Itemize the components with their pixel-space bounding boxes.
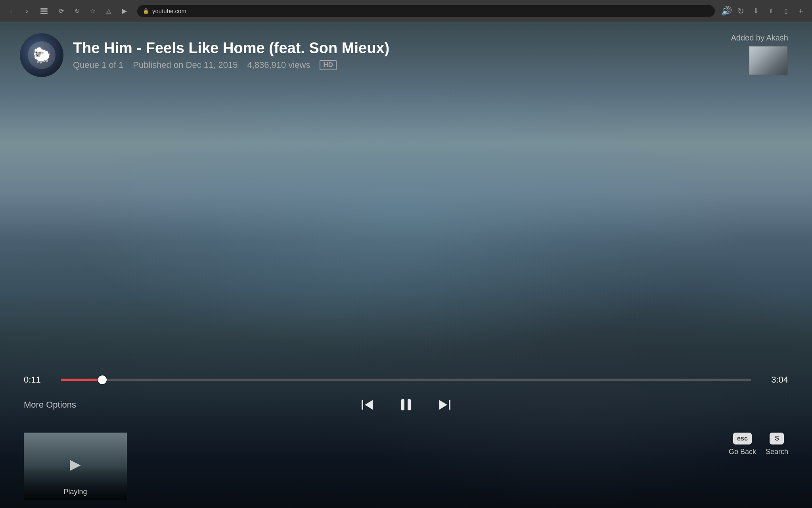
pause-button[interactable] — [398, 397, 414, 413]
progress-fill — [61, 379, 102, 381]
svg-rect-3 — [362, 400, 363, 410]
svg-marker-8 — [439, 400, 447, 410]
playing-label: Playing — [24, 488, 127, 496]
album-art-inner: 🐑 — [28, 41, 56, 69]
bottom-area: ▶ Playing esc Go Back S Search — [0, 425, 812, 508]
progress-bar[interactable] — [61, 379, 751, 381]
playback-controls — [360, 397, 452, 413]
history-button[interactable]: ↻ — [71, 5, 83, 17]
svg-rect-2 — [40, 13, 48, 14]
svg-rect-6 — [408, 399, 411, 410]
go-back-label: Go Back — [729, 448, 756, 456]
shortcut-search: S Search — [766, 433, 788, 456]
tab-overview-button[interactable] — [36, 5, 52, 17]
track-title: The Him - Feels Like Home (feat. Son Mie… — [73, 40, 389, 57]
lock-icon: 🔒 — [143, 8, 149, 14]
total-time: 3:04 — [760, 375, 788, 385]
svg-rect-1 — [40, 10, 48, 12]
added-by-section: Added by Akash — [731, 33, 788, 75]
track-info-left: 🐑 The Him - Feels Like Home (feat. Son M… — [20, 33, 389, 77]
upload-button[interactable]: ⇧ — [764, 5, 777, 17]
svg-rect-0 — [40, 8, 48, 10]
play-overlay-icon: ▶ — [65, 454, 85, 474]
home-button[interactable]: △ — [102, 5, 115, 17]
svg-marker-4 — [365, 400, 373, 410]
hd-badge: HD — [320, 60, 337, 70]
tabs-button[interactable]: ▯ — [779, 5, 792, 17]
address-bar[interactable]: 🔒 youtube.com — [137, 5, 715, 17]
progress-handle[interactable] — [98, 375, 107, 384]
queue-position: Queue 1 of 1 — [73, 60, 123, 70]
keyboard-shortcuts: esc Go Back S Search — [729, 433, 788, 460]
volume-icon[interactable]: 🔊 — [721, 6, 732, 16]
queue-thumbnail: ▶ Playing — [24, 433, 127, 500]
url-text: youtube.com — [152, 8, 186, 14]
album-art-icon: 🐑 — [33, 46, 51, 64]
album-art: 🐑 — [20, 33, 63, 77]
browser-chrome: ‹ › ⟳ ↻ ☆ △ ▶ 🔒 youtube.com 🔊 ↻ ⇩ ⇧ ▯ + — [0, 0, 812, 22]
track-details: The Him - Feels Like Home (feat. Son Mie… — [73, 40, 389, 70]
back-button[interactable]: ‹ — [5, 5, 17, 17]
publish-date: Published on Dec 11, 2015 — [133, 60, 237, 70]
more-options-button[interactable]: More Options — [24, 400, 76, 410]
reload-button[interactable]: ⟳ — [55, 5, 67, 17]
added-by-text: Added by Akash — [731, 33, 788, 42]
controls-row: More Options — [24, 397, 788, 413]
svg-rect-5 — [401, 399, 404, 410]
esc-key-badge: esc — [733, 433, 752, 444]
bookmarks-button[interactable]: ☆ — [86, 5, 99, 17]
s-key-badge: S — [770, 433, 784, 444]
progress-row: 0:11 3:04 — [24, 375, 788, 385]
track-meta: Queue 1 of 1 Published on Dec 11, 2015 4… — [73, 60, 389, 70]
shortcut-go-back: esc Go Back — [729, 433, 756, 456]
top-info-bar: 🐑 The Him - Feels Like Home (feat. Son M… — [0, 22, 812, 77]
new-tab-button[interactable]: + — [795, 5, 807, 17]
download-button[interactable]: ⇩ — [749, 5, 762, 17]
main-content: 🐑 The Him - Feels Like Home (feat. Son M… — [0, 22, 812, 508]
search-label: Search — [766, 448, 788, 456]
player-controls: 0:11 3:04 More Options — [0, 375, 812, 413]
view-count: 4,836,910 views — [247, 60, 310, 70]
next-button[interactable] — [438, 398, 452, 412]
thumbnail-preview — [749, 46, 788, 75]
refresh-button[interactable]: ↻ — [734, 5, 747, 17]
svg-rect-7 — [449, 400, 450, 410]
forward-button[interactable]: › — [21, 5, 33, 17]
browser-right-controls: 🔊 ↻ ⇩ ⇧ ▯ + — [721, 5, 807, 17]
previous-button[interactable] — [360, 398, 374, 412]
share-button[interactable]: ▶ — [118, 5, 131, 17]
current-time: 0:11 — [24, 375, 52, 385]
